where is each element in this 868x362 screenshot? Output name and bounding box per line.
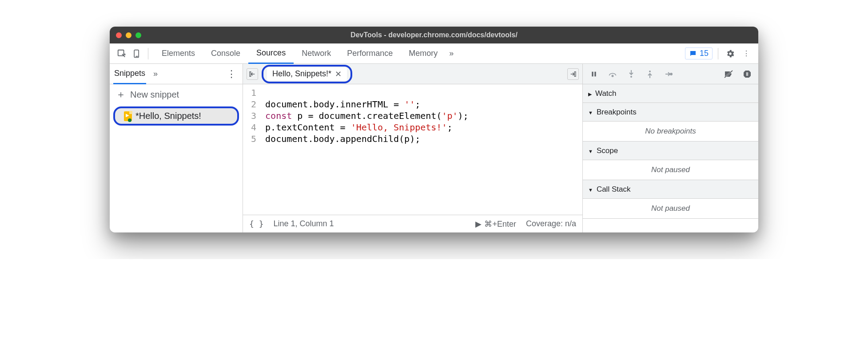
disclosure-triangle-icon [588,89,592,98]
panel-title: Watch [595,89,617,98]
cursor-position: Line 1, Column 1 [274,219,334,228]
nav-forward-button[interactable] [567,68,579,80]
sources-panel: Snippets » ⋮ ＋ New snippet *Hello, Snipp… [110,64,758,232]
svg-rect-14 [748,72,749,76]
tab-console[interactable]: Console [203,43,248,64]
step-over-icon[interactable] [606,67,619,81]
pause-icon[interactable] [587,67,601,81]
settings-icon[interactable] [724,47,737,60]
tab-elements[interactable]: Elements [154,43,203,64]
step-out-icon[interactable] [643,67,657,81]
code-editor[interactable]: 12345 document.body.innerHTML = '';const… [243,84,582,215]
separator [148,48,148,59]
svg-rect-13 [746,72,747,76]
issues-badge[interactable]: 15 [685,47,713,59]
new-snippet-button[interactable]: ＋ New snippet [110,84,243,105]
svg-point-8 [630,76,632,78]
navigator-more-tabs-icon[interactable]: » [150,69,161,79]
close-window-button[interactable] [116,32,122,38]
window-controls [116,32,141,38]
snippet-item[interactable]: *Hello, Snippets! [113,106,239,126]
separator [718,48,718,59]
snippet-item-label: *Hello, Snippets! [135,111,201,121]
editor-pane: Hello, Snippets!* ✕ 12345 document.body.… [243,64,583,232]
svg-point-7 [612,75,613,76]
file-tab-label: Hello, Snippets!* [272,69,331,79]
deactivate-breakpoints-icon[interactable] [722,67,735,81]
pause-on-exceptions-icon[interactable] [741,67,754,81]
tab-memory[interactable]: Memory [401,43,446,64]
tab-sources[interactable]: Sources [248,43,294,64]
panel-title: Scope [597,146,618,155]
panel-body: No breakpoints [583,122,758,142]
svg-rect-6 [594,71,596,76]
editor-statusbar: { } Line 1, Column 1 ▶ ⌘+Enter Coverage:… [243,215,582,232]
code-area[interactable]: document.body.innerHTML = '';const p = d… [262,84,472,215]
debugger-panel-header-call-stack[interactable]: Call Stack [583,180,758,199]
nav-back-button[interactable] [247,68,258,80]
panel-tabs: Elements Console Sources Network Perform… [154,43,685,64]
window-titlebar: DevTools - developer.chrome.com/docs/dev… [110,27,758,43]
tab-performance[interactable]: Performance [339,43,401,64]
tab-network[interactable]: Network [294,43,339,64]
devtools-toolbar: Elements Console Sources Network Perform… [110,43,758,64]
debugger-pane: WatchBreakpointsNo breakpointsScopeNot p… [583,64,758,232]
coverage-status: Coverage: n/a [526,219,576,228]
step-into-icon[interactable] [625,67,638,81]
svg-rect-4 [574,71,576,76]
svg-rect-5 [592,71,593,76]
file-tab[interactable]: Hello, Snippets!* ✕ [267,67,347,81]
inspect-element-icon[interactable] [115,47,128,60]
disclosure-triangle-icon [588,108,593,117]
pretty-print-icon[interactable]: { } [249,219,264,228]
svg-rect-3 [250,71,251,76]
annotation-highlight: Hello, Snippets!* ✕ [262,65,352,83]
panel-title: Call Stack [597,185,631,194]
debugger-panel-header-watch[interactable]: Watch [583,84,758,103]
disclosure-triangle-icon [588,185,593,194]
navigator-menu-icon[interactable]: ⋮ [224,68,239,80]
plus-icon: ＋ [116,88,126,101]
svg-point-10 [670,73,672,75]
navigator-pane: Snippets » ⋮ ＋ New snippet *Hello, Snipp… [110,64,243,232]
run-snippet-button[interactable]: ▶ ⌘+Enter [475,219,516,229]
line-gutter: 12345 [243,84,262,215]
debugger-panel-header-scope[interactable]: Scope [583,142,758,160]
disclosure-triangle-icon [588,146,593,155]
step-icon[interactable] [662,67,675,81]
panel-body: Not paused [583,160,758,180]
devtools-window: DevTools - developer.chrome.com/docs/dev… [110,27,758,232]
window-title: DevTools - developer.chrome.com/docs/dev… [350,31,518,39]
panel-body: Not paused [583,199,758,219]
panel-title: Breakpoints [597,108,637,117]
kebab-menu-icon[interactable]: ⋮ [740,47,753,60]
minimize-window-button[interactable] [126,32,131,38]
maximize-window-button[interactable] [135,32,141,38]
close-tab-icon[interactable]: ✕ [335,69,342,79]
navigator-tab-snippets[interactable]: Snippets [113,64,146,84]
more-tabs-icon[interactable]: » [446,49,457,58]
debugger-panel-header-breakpoints[interactable]: Breakpoints [583,103,758,122]
unsaved-indicator-icon [128,118,131,122]
new-snippet-label: New snippet [130,90,179,100]
svg-point-9 [649,71,651,72]
issues-count: 15 [700,49,709,58]
device-toolbar-icon[interactable] [130,47,143,60]
